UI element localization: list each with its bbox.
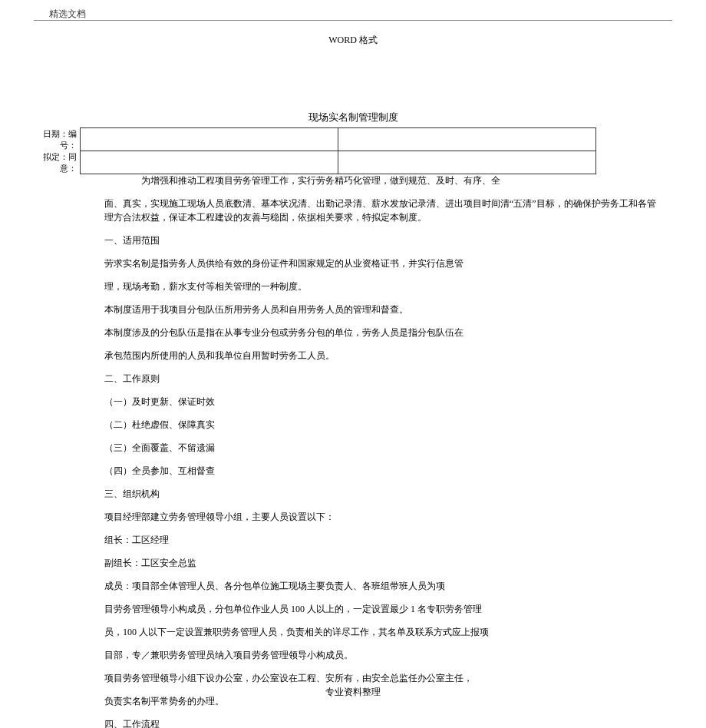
header-rule [34,20,672,21]
para-6: 承包范围内所使用的人员和我单位自用暂时劳务工人员。 [104,349,660,362]
meta-cell-r2c2 [338,151,595,174]
principle-3: （三）全面覆盖、不留遗漏 [104,441,660,455]
footer-text: 专业资料整理 [0,686,706,699]
para-7: 项目经理部建立劳务管理领导小组，主要人员设置以下： [104,510,660,524]
para-13: 目部，专／兼职劳务管理员纳入项目劳务管理领导小构成员。 [104,648,660,662]
para-10: 成员：项目部全体管理人员、各分包单位施工现场主要负责人、各班组带班人员为项 [104,579,660,593]
para-3: 理，现场考勤，薪水支付等相关管理的一种制度。 [104,280,660,293]
meta-table: 日期：编号： 拟定：同意： [31,127,596,174]
para-8: 组长：工区经理 [104,533,660,547]
para-12: 员，100 人以下一定设置兼职劳务管理人员，负责相关的详尽工作，其名单及联系方式… [104,625,660,639]
principle-1: （一）及时更新、保证时效 [104,395,660,409]
para-11: 目劳务管理领导小构成员，分包单位作业人员 100 人以上的，一定设置最少 1 名… [104,602,660,616]
meta-cell-r1c1 [80,128,338,151]
para-2: 劳求实名制是指劳务人员供给有效的身份证件和国家规定的从业资格证书，并实行信息管 [104,256,660,270]
para-9: 副组长：工区安全总监 [104,556,660,570]
para-intro-b: 面、真实，实现施工现场人员底数清、基本状况清、出勤记录清、薪水发放记录清、进出项… [104,197,660,224]
para-14: 项目劳务管理领导小组下设办公室，办公室设在工程、安所有，由安全总监任办公室主任， [104,671,660,685]
para-5: 本制度涉及的分包队伍是指在从事专业分包或劳务分包的单位，劳务人员是指分包队伍在 [104,326,660,339]
principle-2: （二）杜绝虚假、保障真实 [104,418,660,432]
heading-3: 三、组织机构 [104,487,660,501]
meta-cell-r1c2 [338,128,595,151]
header-label: 精选文档 [49,8,86,21]
document-title: 现场实名制管理制度 [0,111,706,124]
para-4: 本制度适用于我项目分包队伍所用劳务人员和自用劳务人员的管理和督查。 [104,303,660,316]
meta-draft-label: 拟定：同意： [31,151,80,174]
content-body: 为增强和推动工程项目劳务管理工作，实行劳务精巧化管理，做到规范、及时、有序、全 … [104,174,660,728]
meta-date-label: 日期：编号： [31,128,80,151]
heading-2: 二、工作原则 [104,372,660,386]
meta-draft-text: 拟定： [43,152,68,161]
principle-4: （四）全员参加、互相督查 [104,464,660,478]
word-format-label: WORD 格式 [0,34,706,47]
para-intro-a: 为增强和推动工程项目劳务管理工作，实行劳务精巧化管理，做到规范、及时、有序、全 [104,174,660,187]
heading-1: 一、适用范围 [104,233,660,247]
meta-cell-r2c1 [80,151,338,174]
meta-date-text: 日期： [43,129,68,138]
heading-4: 四、工作流程 [104,717,660,728]
